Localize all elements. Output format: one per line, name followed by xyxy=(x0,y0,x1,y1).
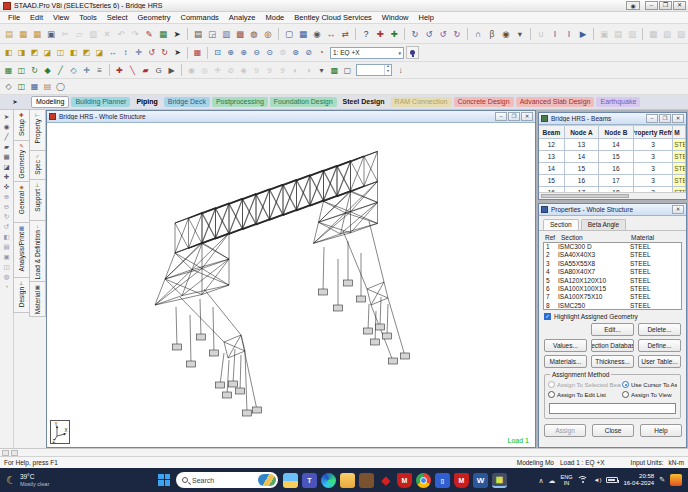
edit-button[interactable]: Edit... xyxy=(591,323,634,336)
sidebar-tab-general[interactable]: ◆ General xyxy=(13,181,30,223)
grid-c-icon[interactable]: ▥ xyxy=(625,27,639,41)
rotate-view-up-icon[interactable]: ↻ xyxy=(408,27,422,41)
start-button[interactable] xyxy=(158,474,171,487)
zoom-out-icon[interactable]: ⊖ xyxy=(250,46,263,59)
zoom-in-tool-icon[interactable]: ⊕ xyxy=(4,192,9,201)
slab-design-icon[interactable]: ▤ xyxy=(41,80,54,93)
splitter-box[interactable] xyxy=(2,450,9,456)
menu-item[interactable]: Window xyxy=(377,13,414,22)
report-setup-icon[interactable]: ▥ xyxy=(219,27,233,41)
sidebar-tab-material[interactable]: ▣ Material xyxy=(29,281,46,317)
list-item[interactable]: 6 ISA100X100X15 STEEL xyxy=(544,285,681,293)
spin-right-icon[interactable]: ↻ xyxy=(450,27,464,41)
rotate-ccw-tool-icon[interactable]: ↺ xyxy=(4,222,9,231)
view-pair-icon[interactable]: ◫ xyxy=(3,262,9,271)
view-back-icon[interactable]: ◨ xyxy=(15,46,28,59)
sidebar-tab-setup[interactable]: ✚ Setup xyxy=(13,109,30,141)
assign-to-view-icon[interactable]: ▶ xyxy=(165,64,178,77)
table-row[interactable]: 14 15 16 3 STEEL xyxy=(539,163,686,175)
spin-apply-icon[interactable]: ↓ xyxy=(394,64,407,77)
renumber-icon[interactable]: ≡ xyxy=(93,64,106,77)
view-grid-icon[interactable]: ▤ xyxy=(3,242,9,251)
stretch-members-icon[interactable]: ↔ xyxy=(324,27,338,41)
list-item[interactable]: 3 ISA55X55X8 STEEL xyxy=(544,260,681,268)
query-node-icon[interactable]: ◉ xyxy=(185,64,198,77)
view-minimize-button[interactable]: – xyxy=(495,112,507,121)
mcafee-diamond-icon[interactable]: ◆ xyxy=(378,473,393,488)
grid-b-icon[interactable]: ▤ xyxy=(611,27,625,41)
save-view-icon[interactable]: ▦ xyxy=(646,27,660,41)
view-window-titlebar[interactable]: Bridge HRS - Whole Structure – ❐ ✕ xyxy=(47,111,535,123)
print-preview-icon[interactable]: ◲ xyxy=(205,27,219,41)
view-right-icon[interactable]: ◧ xyxy=(67,46,80,59)
geometry-add-icon[interactable]: ✚ xyxy=(4,172,9,181)
table-row[interactable]: 12 13 14 3 STEEL xyxy=(539,139,686,151)
view-close-button[interactable]: ✕ xyxy=(521,112,533,121)
beta-angle-icon[interactable]: β xyxy=(485,27,499,41)
list-item[interactable]: 1 ISMC300 D STEEL xyxy=(544,243,681,251)
parametric-models-icon[interactable]: ◫ xyxy=(15,80,28,93)
grid-a-icon[interactable]: ▣ xyxy=(597,27,611,41)
clock-widget[interactable]: 20:58 16-04-2024 xyxy=(623,473,654,487)
view-perspective-icon[interactable]: ◪ xyxy=(93,46,106,59)
cut-icon[interactable]: ✂ xyxy=(58,27,72,41)
orientation-icon[interactable]: ◈ xyxy=(237,64,250,77)
run-analysis-icon[interactable]: ▦ xyxy=(156,27,170,41)
new-file-icon[interactable]: ▤ xyxy=(2,27,16,41)
zoom-out-tool-icon[interactable]: ⊖ xyxy=(4,202,9,211)
delete-icon[interactable]: ✕ xyxy=(100,27,114,41)
view-solid-icon[interactable]: ▣ xyxy=(3,252,9,261)
properties-close-button[interactable]: ✕ xyxy=(672,205,684,214)
radio-use-cursor-to-assign[interactable]: Use Cursor To Assign xyxy=(622,381,677,388)
beams-horizontal-scrollbar[interactable] xyxy=(539,192,686,199)
arc-tool-icon[interactable]: ∩ xyxy=(471,27,485,41)
wifi-icon[interactable] xyxy=(577,476,588,485)
list-item[interactable]: 5 ISA120X120X10 STEEL xyxy=(544,277,681,285)
macro-icon[interactable]: ◯ xyxy=(54,80,67,93)
query-b-icon[interactable]: 9 xyxy=(263,64,276,77)
list-item[interactable]: 2 ISA40X40X3 STEEL xyxy=(544,251,681,259)
dynamic-zoom-icon[interactable]: ⊚ xyxy=(276,46,289,59)
delete-button[interactable]: Delete... xyxy=(638,323,681,336)
view-front-icon[interactable]: ◧ xyxy=(2,46,15,59)
tab-piping[interactable]: Piping xyxy=(132,97,161,107)
user-account-icon[interactable]: ◉ xyxy=(626,1,640,10)
menu-item[interactable]: View xyxy=(48,13,74,22)
horizontal-splitter[interactable] xyxy=(0,448,688,456)
spin-left-icon[interactable]: ↺ xyxy=(436,27,450,41)
file-explorer-icon[interactable] xyxy=(283,473,298,488)
tab-bridge-deck[interactable]: Bridge Deck xyxy=(164,97,210,107)
user-tools-icon[interactable]: ◉ xyxy=(310,27,324,41)
menu-item[interactable]: Bentley Cloud Services xyxy=(289,13,377,22)
orbit-right-icon[interactable]: ↻ xyxy=(158,46,171,59)
render-icon[interactable]: ◍ xyxy=(4,272,10,281)
move-tool-icon[interactable]: ✜ xyxy=(4,182,9,191)
translational-repeat-icon[interactable]: ◫ xyxy=(15,64,28,77)
query-a-icon[interactable]: 9 xyxy=(250,64,263,77)
query-lamp-button[interactable] xyxy=(406,46,419,59)
view-restore-button[interactable]: ❐ xyxy=(508,112,520,121)
table-row[interactable]: 15 16 17 3 STEEL xyxy=(539,175,686,187)
beams-column-header[interactable]: Property Refn. xyxy=(634,126,673,139)
menu-item[interactable]: Help xyxy=(414,13,439,22)
tab-building-planner[interactable]: Building Planner xyxy=(71,97,130,107)
sidebar-tab-design[interactable]: ⊥ Design xyxy=(13,277,30,313)
assign-button[interactable]: Assign xyxy=(544,424,586,437)
rotate-cw-tool-icon[interactable]: ↻ xyxy=(4,212,9,221)
take-picture-icon[interactable]: ▩ xyxy=(233,27,247,41)
menu-item[interactable]: File xyxy=(3,13,25,22)
view-top-icon[interactable]: ◩ xyxy=(28,46,41,59)
edit-input-icon[interactable]: ✎ xyxy=(142,27,156,41)
zoom-window-icon[interactable]: ⊕ xyxy=(224,46,237,59)
list-item[interactable]: 7 ISA100X75X10 STEEL xyxy=(544,293,681,301)
beams-restore-button[interactable]: ❐ xyxy=(659,114,671,123)
list-item[interactable]: 4 ISA80X40X7 STEEL xyxy=(544,268,681,276)
view-left-icon[interactable]: ◫ xyxy=(54,46,67,59)
menu-item[interactable]: Tools xyxy=(74,13,102,22)
move-geometry-icon[interactable]: ✛ xyxy=(80,64,93,77)
assign-green-icon[interactable]: ✚ xyxy=(387,27,401,41)
menu-item[interactable]: Analyze xyxy=(224,13,261,22)
blank-sheet-icon[interactable]: ▢ xyxy=(282,27,296,41)
beam-cursor-icon[interactable]: ╲ xyxy=(126,64,139,77)
rotate-view-down-icon[interactable]: ↺ xyxy=(422,27,436,41)
